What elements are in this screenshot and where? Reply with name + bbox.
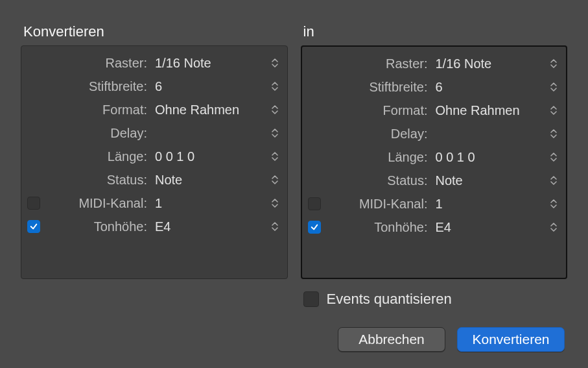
left-row-label: Format: [49, 103, 147, 117]
checkbox-slot [25, 197, 42, 210]
right-row-label: Status: [329, 173, 428, 188]
left-row: MIDI-Kanal:1 [21, 191, 287, 215]
left-row-label: Länge: [49, 149, 147, 164]
right-row-checkbox[interactable] [308, 197, 321, 210]
right-row-label: Raster: [329, 56, 428, 71]
right-row: Delay: [302, 122, 567, 145]
left-row-label: Raster: [49, 56, 147, 71]
left-row-checkbox[interactable] [27, 197, 40, 210]
left-row-label: Delay: [49, 126, 147, 141]
stepper-icon[interactable] [269, 151, 281, 162]
stepper-icon[interactable] [269, 81, 281, 92]
right-row-value[interactable]: Note [434, 173, 542, 188]
right-row-value[interactable]: Ohne Rahmen [434, 103, 542, 118]
right-row-value[interactable]: 1/16 Note [434, 56, 542, 71]
right-row: MIDI-Kanal:1 [302, 192, 567, 215]
left-row-value[interactable]: 0 0 1 0 [154, 149, 263, 164]
left-row-checkbox[interactable] [27, 220, 40, 233]
cancel-button[interactable]: Abbrechen [338, 327, 445, 352]
left-row-label: MIDI-Kanal: [49, 196, 147, 211]
right-row: Länge:0 0 1 0 [302, 145, 567, 169]
convert-to-title: in [301, 23, 568, 40]
right-row: Format:Ohne Rahmen [302, 99, 567, 122]
stepper-icon[interactable] [548, 82, 559, 92]
left-row-value[interactable]: E4 [154, 219, 263, 234]
right-row: Raster:1/16 Note [302, 52, 567, 75]
quantize-checkbox[interactable] [303, 291, 319, 307]
left-row-value[interactable]: 1/16 Note [154, 56, 263, 71]
left-row: Delay: [21, 121, 287, 145]
left-row-label: Tonhöhe: [49, 219, 147, 234]
quantize-row: Events quantisieren [301, 291, 568, 308]
stepper-icon[interactable] [548, 105, 559, 116]
left-row-value[interactable]: 1 [154, 196, 263, 211]
convert-from-panel: Raster:1/16 NoteStiftbreite:6Format:Ohne… [21, 45, 288, 279]
right-row-value[interactable]: 0 0 1 0 [434, 150, 542, 165]
right-row-label: MIDI-Kanal: [329, 197, 428, 212]
stepper-icon[interactable] [269, 104, 281, 115]
stepper-icon[interactable] [548, 175, 559, 186]
left-row-label: Status: [49, 173, 147, 188]
left-row-value[interactable]: Ohne Rahmen [154, 103, 263, 117]
left-row: Format:Ohne Rahmen [21, 98, 287, 121]
convert-from-title: Konvertieren [21, 23, 288, 40]
left-row: Länge:0 0 1 0 [21, 145, 287, 168]
right-row-label: Länge: [329, 150, 428, 165]
stepper-icon[interactable] [548, 222, 559, 232]
stepper-icon[interactable] [548, 152, 559, 162]
stepper-icon[interactable] [269, 58, 281, 68]
left-row: Stiftbreite:6 [21, 75, 287, 98]
left-row-value[interactable]: Note [154, 173, 263, 188]
stepper-icon[interactable] [269, 198, 281, 208]
left-row-value[interactable]: 6 [154, 79, 263, 94]
right-row-label: Stiftbreite: [329, 80, 428, 95]
right-row-checkbox[interactable] [308, 221, 321, 234]
right-row: Stiftbreite:6 [302, 75, 567, 99]
right-row: Tonhöhe:E4 [302, 215, 567, 239]
checkbox-slot [25, 220, 42, 233]
right-row-value[interactable]: 1 [434, 197, 542, 212]
convert-button[interactable]: Konvertieren [457, 327, 565, 352]
stepper-icon[interactable] [269, 128, 281, 138]
stepper-icon[interactable] [548, 129, 559, 139]
quantize-label: Events quantisieren [327, 291, 452, 308]
left-row-label: Stiftbreite: [49, 79, 147, 94]
right-row-label: Delay: [329, 127, 428, 141]
right-row-label: Format: [329, 103, 428, 118]
stepper-icon[interactable] [548, 199, 559, 209]
checkbox-slot [306, 197, 323, 210]
checkbox-slot [306, 221, 323, 234]
left-row: Status:Note [21, 168, 287, 191]
convert-to-panel: Raster:1/16 NoteStiftbreite:6Format:Ohne… [301, 45, 568, 279]
right-row-value[interactable]: E4 [434, 220, 542, 235]
right-row-value[interactable]: 6 [434, 80, 542, 95]
convert-from-column: Konvertieren Raster:1/16 NoteStiftbreite… [21, 23, 288, 352]
stepper-icon[interactable] [269, 175, 281, 185]
right-row: Status:Note [302, 169, 567, 192]
left-row: Tonhöhe:E4 [21, 215, 287, 238]
convert-to-column: in Raster:1/16 NoteStiftbreite:6Format:O… [301, 23, 568, 352]
stepper-icon[interactable] [269, 221, 281, 232]
stepper-icon[interactable] [548, 58, 559, 69]
left-row: Raster:1/16 Note [21, 51, 287, 75]
right-row-label: Tonhöhe: [329, 220, 428, 235]
